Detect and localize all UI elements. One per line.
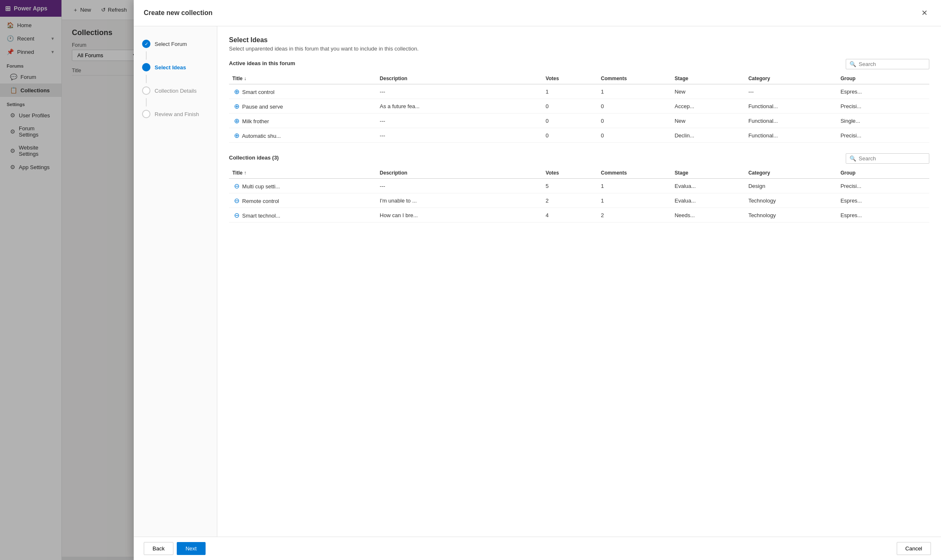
cell-votes: 5: [542, 179, 598, 193]
cancel-button[interactable]: Cancel: [897, 542, 931, 555]
col-group: Group: [837, 73, 929, 84]
active-ideas-section: Active ideas in this forum 🔍 Title ↓ Des…: [229, 58, 929, 144]
cell-category: Functional...: [745, 99, 837, 114]
cell-category: Functional...: [745, 128, 837, 143]
cell-stage: New: [671, 114, 745, 128]
cell-action[interactable]: ⊕ Milk frother: [229, 114, 376, 128]
active-ideas-header: Active ideas in this forum 🔍: [229, 58, 929, 70]
col-category: Category: [745, 167, 837, 179]
cell-description: ---: [376, 84, 542, 99]
step-select-forum[interactable]: ✓ Select Forum: [140, 36, 210, 51]
cell-description: I'm unable to ...: [376, 193, 542, 208]
step-dot-2: [142, 63, 150, 71]
step-dot-3: [142, 86, 150, 95]
step-label-2: Select Ideas: [155, 64, 186, 71]
cell-comments: 0: [598, 99, 671, 114]
collection-table-header-row: Title ↑ Description Votes Comments Stage…: [229, 167, 929, 179]
table-row[interactable]: ⊖ Multi cup setti... --- 5 1 Evalua... D…: [229, 179, 929, 193]
step-connector-1: [146, 51, 147, 60]
table-row[interactable]: ⊕ Pause and serve As a future fea... 0 0…: [229, 99, 929, 114]
cell-description: How can I bre...: [376, 208, 542, 223]
active-ideas-table: Title ↓ Description Votes Comments Stage…: [229, 73, 929, 143]
col-title: Title ↑: [229, 167, 376, 179]
remove-idea-button[interactable]: ⊖: [232, 196, 241, 205]
cell-comments: 0: [598, 114, 671, 128]
add-idea-button[interactable]: ⊕: [232, 117, 241, 125]
cell-category: Technology: [745, 208, 837, 223]
collection-ideas-title: Collection ideas (3): [229, 155, 279, 161]
col-stage: Stage: [671, 167, 745, 179]
cell-group: Precisi...: [837, 128, 929, 143]
cell-comments: 1: [598, 179, 671, 193]
next-button[interactable]: Next: [177, 542, 206, 555]
cell-comments: 0: [598, 128, 671, 143]
cell-stage: New: [671, 84, 745, 99]
step-select-ideas[interactable]: Select Ideas: [140, 60, 210, 75]
col-description: Description: [376, 167, 542, 179]
add-idea-button[interactable]: ⊕: [232, 131, 241, 139]
cell-comments: 1: [598, 84, 671, 99]
cell-comments: 2: [598, 208, 671, 223]
content-description: Select unparented ideas in this forum th…: [229, 46, 929, 52]
table-row[interactable]: ⊕ Automatic shu... --- 0 0 Declin... Fun…: [229, 128, 929, 143]
cell-votes: 1: [542, 84, 598, 99]
table-row[interactable]: ⊖ Smart technol... How can I bre... 4 2 …: [229, 208, 929, 223]
cell-action[interactable]: ⊖ Remote control: [229, 193, 376, 208]
step-collection-details[interactable]: Collection Details: [140, 83, 210, 98]
add-idea-button[interactable]: ⊕: [232, 87, 241, 96]
table-row[interactable]: ⊕ Milk frother --- 0 0 New Functional...…: [229, 114, 929, 128]
dialog-content: Select Ideas Select unparented ideas in …: [217, 26, 941, 537]
collection-ideas-search-input[interactable]: [859, 155, 926, 162]
wizard-steps: ✓ Select Forum Select Ideas Collection D…: [134, 26, 217, 537]
search-icon: 🔍: [849, 61, 856, 67]
cell-stage: Declin...: [671, 128, 745, 143]
cell-votes: 4: [542, 208, 598, 223]
dialog-footer: Back Next Cancel: [134, 537, 941, 560]
collection-ideas-section: Collection ideas (3) 🔍 Title ↑ Descripti…: [229, 153, 929, 224]
cell-description: ---: [376, 114, 542, 128]
cell-category: Functional...: [745, 114, 837, 128]
dialog-header: Create new collection ✕: [134, 0, 941, 26]
cell-action[interactable]: ⊕ Automatic shu...: [229, 128, 376, 143]
cell-group: Espres...: [837, 208, 929, 223]
remove-idea-button[interactable]: ⊖: [232, 182, 241, 190]
search-icon: 🔍: [849, 155, 856, 162]
cell-comments: 1: [598, 193, 671, 208]
add-idea-button[interactable]: ⊕: [232, 102, 241, 110]
active-table-header-row: Title ↓ Description Votes Comments Stage…: [229, 73, 929, 84]
back-button[interactable]: Back: [144, 542, 173, 555]
cell-stage: Evalua...: [671, 193, 745, 208]
cell-category: Technology: [745, 193, 837, 208]
active-ideas-search-box[interactable]: 🔍: [846, 59, 929, 69]
step-dot-4: [142, 110, 150, 118]
step-dot-1: ✓: [142, 40, 150, 48]
cell-stage: Accep...: [671, 99, 745, 114]
col-comments: Comments: [598, 73, 671, 84]
step-label-4: Review and Finish: [155, 111, 199, 117]
close-button[interactable]: ✕: [918, 7, 931, 19]
content-title: Select Ideas: [229, 36, 929, 44]
col-votes: Votes: [542, 73, 598, 84]
step-connector-3: [146, 98, 147, 106]
col-group: Group: [837, 167, 929, 179]
collection-ideas-search-box[interactable]: 🔍: [846, 153, 929, 164]
col-stage: Stage: [671, 73, 745, 84]
cell-action[interactable]: ⊕ Smart control: [229, 84, 376, 99]
active-ideas-search-input[interactable]: [859, 61, 926, 67]
cell-group: Espres...: [837, 193, 929, 208]
col-category: Category: [745, 73, 837, 84]
remove-idea-button[interactable]: ⊖: [232, 211, 241, 219]
table-row[interactable]: ⊕ Smart control --- 1 1 New --- Espres..…: [229, 84, 929, 99]
table-row[interactable]: ⊖ Remote control I'm unable to ... 2 1 E…: [229, 193, 929, 208]
active-ideas-rows: ⊕ Smart control --- 1 1 New --- Espres..…: [229, 84, 929, 143]
create-collection-dialog: Create new collection ✕ ✓ Select Forum S…: [134, 0, 941, 560]
cell-stage: Evalua...: [671, 179, 745, 193]
cell-action[interactable]: ⊕ Pause and serve: [229, 99, 376, 114]
cell-action[interactable]: ⊖ Smart technol...: [229, 208, 376, 223]
dialog-body: ✓ Select Forum Select Ideas Collection D…: [134, 26, 941, 537]
step-review-finish[interactable]: Review and Finish: [140, 106, 210, 122]
cell-action[interactable]: ⊖ Multi cup setti...: [229, 179, 376, 193]
cell-group: Precisi...: [837, 99, 929, 114]
col-description: Description: [376, 73, 542, 84]
cell-description: ---: [376, 128, 542, 143]
